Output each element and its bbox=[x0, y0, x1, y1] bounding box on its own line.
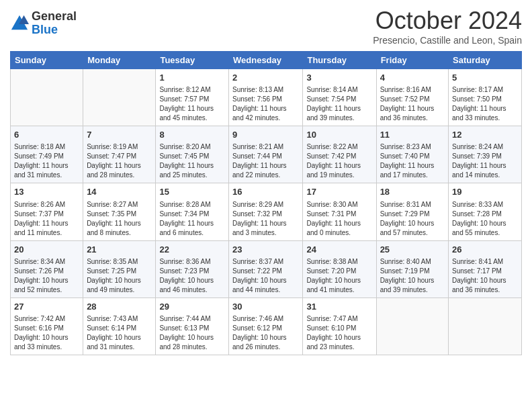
day-number: 21 bbox=[87, 244, 152, 256]
logo: General Blue bbox=[10, 10, 77, 37]
day-info: Sunrise: 8:23 AM Sunset: 7:40 PM Dayligh… bbox=[380, 142, 445, 180]
calendar-cell: 16Sunrise: 8:29 AM Sunset: 7:32 PM Dayli… bbox=[229, 183, 303, 240]
calendar-cell: 23Sunrise: 8:37 AM Sunset: 7:22 PM Dayli… bbox=[229, 240, 303, 298]
day-info: Sunrise: 8:18 AM Sunset: 7:49 PM Dayligh… bbox=[14, 142, 79, 180]
day-number: 15 bbox=[159, 186, 225, 198]
calendar-cell: 12Sunrise: 8:24 AM Sunset: 7:39 PM Dayli… bbox=[449, 126, 522, 183]
calendar-header-sunday: Sunday bbox=[11, 52, 83, 69]
day-info: Sunrise: 7:42 AM Sunset: 6:16 PM Dayligh… bbox=[14, 314, 79, 352]
day-info: Sunrise: 8:24 AM Sunset: 7:39 PM Dayligh… bbox=[452, 142, 518, 180]
day-number: 19 bbox=[452, 186, 518, 198]
day-number: 12 bbox=[452, 129, 518, 141]
calendar-week-row: 27Sunrise: 7:42 AM Sunset: 6:16 PM Dayli… bbox=[11, 298, 522, 355]
calendar-week-row: 13Sunrise: 8:26 AM Sunset: 7:37 PM Dayli… bbox=[11, 183, 522, 240]
day-number: 26 bbox=[452, 244, 518, 256]
day-number: 11 bbox=[380, 129, 445, 141]
day-info: Sunrise: 8:35 AM Sunset: 7:25 PM Dayligh… bbox=[87, 257, 152, 295]
day-info: Sunrise: 8:13 AM Sunset: 7:56 PM Dayligh… bbox=[232, 85, 299, 123]
day-info: Sunrise: 8:20 AM Sunset: 7:45 PM Dayligh… bbox=[159, 142, 225, 180]
logo-icon bbox=[10, 14, 29, 33]
day-number: 13 bbox=[14, 186, 79, 198]
calendar-cell: 20Sunrise: 8:34 AM Sunset: 7:26 PM Dayli… bbox=[11, 240, 83, 298]
day-number: 31 bbox=[306, 301, 372, 313]
day-number: 5 bbox=[452, 72, 518, 84]
calendar-cell: 11Sunrise: 8:23 AM Sunset: 7:40 PM Dayli… bbox=[376, 126, 448, 183]
calendar-cell: 22Sunrise: 8:36 AM Sunset: 7:23 PM Dayli… bbox=[156, 240, 229, 298]
calendar-cell: 2Sunrise: 8:13 AM Sunset: 7:56 PM Daylig… bbox=[229, 69, 303, 126]
calendar-cell: 1Sunrise: 8:12 AM Sunset: 7:57 PM Daylig… bbox=[156, 69, 229, 126]
calendar-cell: 28Sunrise: 7:43 AM Sunset: 6:14 PM Dayli… bbox=[83, 298, 156, 355]
day-number: 20 bbox=[14, 244, 79, 256]
calendar-cell: 13Sunrise: 8:26 AM Sunset: 7:37 PM Dayli… bbox=[11, 183, 83, 240]
calendar-cell bbox=[83, 69, 156, 126]
calendar-week-row: 20Sunrise: 8:34 AM Sunset: 7:26 PM Dayli… bbox=[11, 240, 522, 298]
day-info: Sunrise: 8:14 AM Sunset: 7:54 PM Dayligh… bbox=[306, 85, 372, 123]
calendar-header-monday: Monday bbox=[83, 52, 156, 69]
calendar-header-thursday: Thursday bbox=[303, 52, 376, 69]
logo-blue: Blue bbox=[32, 24, 77, 37]
day-number: 9 bbox=[232, 129, 299, 141]
day-info: Sunrise: 8:30 AM Sunset: 7:31 PM Dayligh… bbox=[306, 200, 372, 238]
day-info: Sunrise: 8:12 AM Sunset: 7:57 PM Dayligh… bbox=[159, 85, 225, 123]
month-title: October 2024 bbox=[373, 7, 522, 35]
header: General Blue October 2024 Presencio, Cas… bbox=[10, 7, 522, 46]
day-info: Sunrise: 7:46 AM Sunset: 6:12 PM Dayligh… bbox=[232, 314, 299, 352]
day-info: Sunrise: 8:17 AM Sunset: 7:50 PM Dayligh… bbox=[452, 85, 518, 123]
day-number: 17 bbox=[306, 186, 372, 198]
calendar-header-saturday: Saturday bbox=[449, 52, 522, 69]
calendar-cell: 4Sunrise: 8:16 AM Sunset: 7:52 PM Daylig… bbox=[376, 69, 448, 126]
day-info: Sunrise: 8:41 AM Sunset: 7:17 PM Dayligh… bbox=[452, 257, 518, 295]
calendar-cell: 10Sunrise: 8:22 AM Sunset: 7:42 PM Dayli… bbox=[303, 126, 376, 183]
calendar-cell: 18Sunrise: 8:31 AM Sunset: 7:29 PM Dayli… bbox=[376, 183, 448, 240]
calendar-week-row: 6Sunrise: 8:18 AM Sunset: 7:49 PM Daylig… bbox=[11, 126, 522, 183]
logo-text: General Blue bbox=[32, 10, 77, 37]
calendar-cell bbox=[376, 298, 448, 355]
day-number: 25 bbox=[380, 244, 445, 256]
calendar-cell: 5Sunrise: 8:17 AM Sunset: 7:50 PM Daylig… bbox=[449, 69, 522, 126]
calendar-cell: 27Sunrise: 7:42 AM Sunset: 6:16 PM Dayli… bbox=[11, 298, 83, 355]
calendar-cell: 15Sunrise: 8:28 AM Sunset: 7:34 PM Dayli… bbox=[156, 183, 229, 240]
location-subtitle: Presencio, Castille and Leon, Spain bbox=[373, 35, 522, 46]
calendar-cell: 30Sunrise: 7:46 AM Sunset: 6:12 PM Dayli… bbox=[229, 298, 303, 355]
day-number: 3 bbox=[306, 72, 372, 84]
calendar-cell: 6Sunrise: 8:18 AM Sunset: 7:49 PM Daylig… bbox=[11, 126, 83, 183]
day-number: 18 bbox=[380, 186, 445, 198]
calendar-cell: 25Sunrise: 8:40 AM Sunset: 7:19 PM Dayli… bbox=[376, 240, 448, 298]
day-number: 27 bbox=[14, 301, 79, 313]
logo-general: General bbox=[32, 10, 77, 24]
calendar-cell: 19Sunrise: 8:33 AM Sunset: 7:28 PM Dayli… bbox=[449, 183, 522, 240]
calendar-cell: 3Sunrise: 8:14 AM Sunset: 7:54 PM Daylig… bbox=[303, 69, 376, 126]
calendar-cell: 21Sunrise: 8:35 AM Sunset: 7:25 PM Dayli… bbox=[83, 240, 156, 298]
calendar-cell: 26Sunrise: 8:41 AM Sunset: 7:17 PM Dayli… bbox=[449, 240, 522, 298]
calendar-cell: 9Sunrise: 8:21 AM Sunset: 7:44 PM Daylig… bbox=[229, 126, 303, 183]
day-info: Sunrise: 7:43 AM Sunset: 6:14 PM Dayligh… bbox=[87, 314, 152, 352]
day-number: 10 bbox=[306, 129, 372, 141]
day-info: Sunrise: 8:36 AM Sunset: 7:23 PM Dayligh… bbox=[159, 257, 225, 295]
day-number: 6 bbox=[14, 129, 79, 141]
day-number: 23 bbox=[232, 244, 299, 256]
day-number: 14 bbox=[87, 186, 152, 198]
calendar-cell: 14Sunrise: 8:27 AM Sunset: 7:35 PM Dayli… bbox=[83, 183, 156, 240]
day-info: Sunrise: 8:27 AM Sunset: 7:35 PM Dayligh… bbox=[87, 200, 152, 238]
calendar-cell: 31Sunrise: 7:47 AM Sunset: 6:10 PM Dayli… bbox=[303, 298, 376, 355]
calendar-cell bbox=[449, 298, 522, 355]
day-number: 30 bbox=[232, 301, 299, 313]
day-info: Sunrise: 7:47 AM Sunset: 6:10 PM Dayligh… bbox=[306, 314, 372, 352]
calendar-table: SundayMondayTuesdayWednesdayThursdayFrid… bbox=[10, 51, 522, 355]
day-number: 16 bbox=[232, 186, 299, 198]
page: General Blue October 2024 Presencio, Cas… bbox=[0, 0, 532, 411]
day-number: 4 bbox=[380, 72, 445, 84]
title-block: October 2024 Presencio, Castille and Leo… bbox=[373, 7, 522, 46]
day-info: Sunrise: 8:40 AM Sunset: 7:19 PM Dayligh… bbox=[380, 257, 445, 295]
day-number: 22 bbox=[159, 244, 225, 256]
day-info: Sunrise: 8:28 AM Sunset: 7:34 PM Dayligh… bbox=[159, 200, 225, 238]
calendar-header-row: SundayMondayTuesdayWednesdayThursdayFrid… bbox=[11, 52, 522, 69]
day-number: 29 bbox=[159, 301, 225, 313]
day-info: Sunrise: 8:21 AM Sunset: 7:44 PM Dayligh… bbox=[232, 142, 299, 180]
calendar-header-friday: Friday bbox=[376, 52, 448, 69]
calendar-cell: 17Sunrise: 8:30 AM Sunset: 7:31 PM Dayli… bbox=[303, 183, 376, 240]
calendar-cell: 29Sunrise: 7:44 AM Sunset: 6:13 PM Dayli… bbox=[156, 298, 229, 355]
day-info: Sunrise: 8:29 AM Sunset: 7:32 PM Dayligh… bbox=[232, 200, 299, 238]
day-info: Sunrise: 8:38 AM Sunset: 7:20 PM Dayligh… bbox=[306, 257, 372, 295]
day-number: 2 bbox=[232, 72, 299, 84]
